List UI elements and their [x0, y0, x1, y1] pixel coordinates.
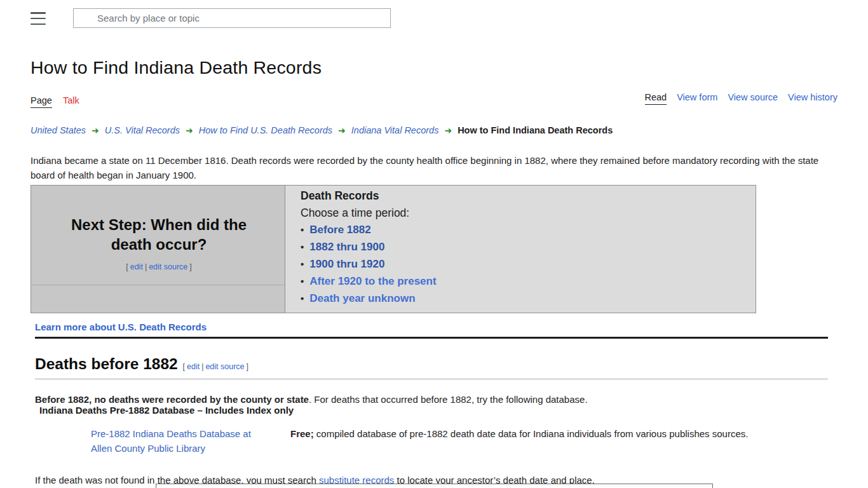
edit-bracket: ] — [247, 362, 248, 371]
learn-more-link[interactable]: Learn more about U.S. Death Records — [35, 322, 207, 332]
page-title: How to Find Indiana Death Records — [31, 57, 322, 78]
view-tabs: Read View form View source View history — [645, 92, 838, 105]
panel-subtitle: Choose a time period: — [301, 207, 749, 219]
database-link[interactable]: Pre-1882 Indiana Deaths Database at Alle… — [91, 426, 264, 456]
option-year-unknown[interactable]: Death year unknown — [309, 292, 415, 304]
death-records-panel: Death Records Choose a time period: Befo… — [285, 186, 756, 313]
divider-rule — [35, 337, 828, 339]
tab-view-source[interactable]: View source — [728, 92, 778, 105]
option-before-1882[interactable]: Before 1882 — [309, 224, 370, 236]
intro-paragraph: Indiana became a state on 11 December 18… — [31, 153, 836, 182]
menu-bar — [31, 12, 46, 14]
lead-rest-text: . For deaths that occurred before 1882, … — [309, 394, 588, 405]
database-description: Free; compiled database of pre-1882 deat… — [290, 426, 809, 441]
next-step-heading-text: Next Step: When did the death occur? — [54, 215, 264, 254]
panel-title: Death Records — [301, 189, 749, 202]
edit-source-link[interactable]: edit source — [205, 362, 244, 371]
edit-source-link[interactable]: edit source — [149, 262, 187, 271]
edit-divider: | — [201, 362, 203, 371]
list-item: 1900 thru 1920 — [301, 258, 749, 271]
edit-section: [edit|edit source] — [125, 262, 193, 271]
tab-page[interactable]: Page — [31, 95, 52, 108]
option-after-1920[interactable]: After 1920 to the present — [309, 275, 436, 287]
option-1900-thru-1920[interactable]: 1900 thru 1920 — [309, 258, 384, 270]
edit-bracket: [ — [183, 362, 185, 371]
breadcrumb-link[interactable]: United States — [31, 125, 86, 135]
hamburger-menu-icon[interactable] — [31, 12, 46, 25]
breadcrumb-link[interactable]: Indiana Vital Records — [351, 125, 439, 135]
free-label: Free; — [290, 428, 314, 439]
list-item: 1882 thru 1900 — [301, 241, 749, 254]
edit-divider: | — [145, 262, 147, 271]
edit-section: [edit|edit source] — [182, 362, 250, 371]
breadcrumb: United States➜U.S. Vital Records➜How to … — [31, 125, 613, 135]
edit-bracket: ] — [189, 262, 191, 271]
tab-talk[interactable]: Talk — [63, 95, 79, 108]
database-heading: Indiana Deaths Pre-1882 Database – Inclu… — [39, 405, 294, 416]
time-period-list: Before 1882 1882 thru 1900 1900 thru 192… — [301, 224, 749, 305]
list-item: Death year unknown — [301, 292, 749, 305]
lead-bold-text: Before 1882, no deaths were recorded by … — [35, 394, 309, 405]
arrow-right-icon: ➜ — [186, 125, 193, 135]
section-heading: Deaths before 1882 [edit|edit source] — [35, 355, 828, 379]
menu-bar — [31, 24, 46, 25]
edit-link[interactable]: edit — [187, 362, 200, 371]
arrow-right-icon: ➜ — [338, 125, 346, 135]
namespace-tabs: Page Talk — [31, 95, 79, 108]
edit-bracket: [ — [126, 262, 128, 271]
breadcrumb-link[interactable]: U.S. Vital Records — [105, 125, 180, 135]
next-step-heading-cell: Next Step: When did the death occur? [ed… — [31, 186, 285, 313]
list-item: After 1920 to the present — [301, 275, 749, 288]
edit-link[interactable]: edit — [130, 262, 143, 271]
list-item: Before 1882 — [301, 224, 749, 236]
section-heading-text: Deaths before 1882 — [35, 355, 178, 372]
arrow-right-icon: ➜ — [92, 125, 99, 135]
breadcrumb-current: How to Find Indiana Death Records — [458, 125, 613, 135]
next-step-table: Next Step: When did the death occur? [ed… — [31, 185, 756, 313]
next-step-heading: Next Step: When did the death occur? [ed… — [31, 214, 285, 285]
tab-view-form[interactable]: View form — [677, 92, 717, 105]
description-text: compiled database of pre-1882 death date… — [314, 428, 749, 439]
database-row: Pre-1882 Indiana Deaths Database at Alle… — [91, 426, 809, 456]
breadcrumb-link[interactable]: How to Find U.S. Death Records — [199, 125, 332, 135]
truncated-table-box — [156, 484, 713, 488]
search-input[interactable] — [73, 8, 391, 28]
menu-bar — [31, 18, 46, 20]
option-1882-thru-1900[interactable]: 1882 thru 1900 — [309, 241, 384, 253]
tab-view-history[interactable]: View history — [788, 92, 837, 105]
arrow-right-icon: ➜ — [444, 125, 452, 135]
tab-read[interactable]: Read — [645, 92, 667, 105]
